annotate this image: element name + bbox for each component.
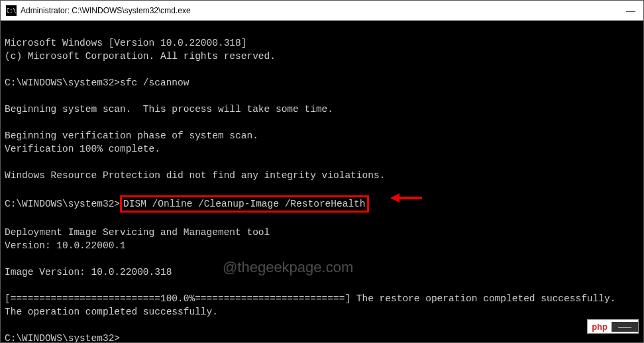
prompt: C:\WINDOWS\system32> [5,77,120,88]
title-bar: C:\ Administrator: C:\WINDOWS\system32\c… [1,1,643,21]
prompt: C:\WINDOWS\system32> [5,199,120,209]
watermark-text: @thegeekpage.com [223,258,353,277]
dism-title-line: Deployment Image Servicing and Managemen… [5,227,270,238]
window-title: Administrator: C:\WINDOWS\system32\cmd.e… [21,6,623,15]
progress-line: [==========================100.0%=======… [5,293,616,304]
image-version-line: Image Version: 10.0.22000.318 [5,267,172,277]
verification-complete-line: Verification 100% complete. [5,144,160,154]
minimize-button[interactable]: — [623,5,638,16]
arrow-annotation [390,191,423,205]
terminal-output[interactable]: Microsoft Windows [Version 10.0.22000.31… [1,21,643,343]
completion-line: The operation completed successfully. [5,307,218,317]
dism-version-line: Version: 10.0.22000.1 [5,240,126,251]
integrity-line: Windows Resource Protection did not find… [5,170,385,181]
verification-line: Beginning verification phase of system s… [5,130,258,141]
copyright-line: (c) Microsoft Corporation. All rights re… [5,51,276,62]
site-badge: php —— [587,319,639,334]
badge-label: php [588,321,612,332]
svg-marker-1 [390,193,400,203]
window-controls: — [623,5,638,16]
prompt: C:\WINDOWS\system32> [5,333,120,343]
dism-command-highlight: DISM /Online /Cleanup-Image /RestoreHeal… [120,195,368,213]
version-line: Microsoft Windows [Version 10.0.22000.31… [5,38,246,48]
sfc-command: sfc /scannow [120,77,189,88]
cmd-icon: C:\ [6,5,17,16]
badge-right: —— [612,322,638,332]
scan-start-line: Beginning system scan. This process will… [5,104,333,115]
